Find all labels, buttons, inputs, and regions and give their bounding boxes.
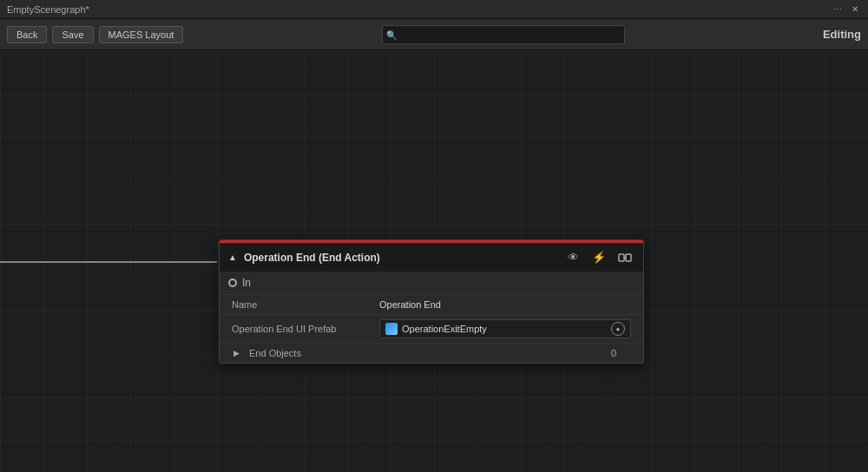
search-input[interactable] [382,25,625,44]
prefab-text: OperationExitEmpty [402,324,487,334]
node-title: Operation End (End Action) [244,252,556,264]
node-body: In Name Operation End Operation End UI P… [220,272,643,363]
mages-layout-button[interactable]: MAGES Layout [99,26,184,43]
editing-label: Editing [823,28,861,41]
prefab-select-button[interactable]: ● [611,322,625,336]
prefab-icon [385,323,398,335]
title-bar: EmptyScenegraph* ⋯ ✕ [0,0,868,19]
name-field-row: Name Operation End [220,295,643,315]
lightning-icon[interactable]: ⚡ [589,248,608,267]
link-icon[interactable] [615,248,635,267]
node-in-row: In [220,272,643,295]
node-card: ▲ Operation End (End Action) 👁 ⚡ In [219,239,644,364]
end-objects-label: End Objects [249,348,301,358]
collapse-arrow-icon[interactable]: ▲ [228,252,237,262]
node-header-icons: 👁 ⚡ [563,248,635,267]
in-label: In [242,277,251,289]
expand-arrow-icon[interactable]: ▶ [232,349,240,357]
search-box: 🔍 [382,25,625,44]
toolbar: Back Save MAGES Layout 🔍 Editing [0,19,868,50]
svg-rect-1 [626,254,631,261]
close-icon[interactable]: ✕ [849,3,861,16]
end-objects-count: 0 [596,348,631,358]
visibility-icon[interactable]: 👁 [563,248,582,267]
connector-line [0,261,217,263]
name-field-label: Name [232,299,371,310]
search-icon: 🔍 [386,30,397,39]
name-field-value: Operation End [379,299,631,310]
window-title: EmptyScenegraph* [7,4,89,15]
title-bar-controls: ⋯ ✕ [832,3,861,16]
save-button[interactable]: Save [52,26,93,43]
in-connector-dot [228,279,237,287]
prefab-field-value[interactable]: OperationExitEmpty ● [379,319,631,338]
end-objects-row: ▶ End Objects 0 [220,344,643,363]
minimize-icon[interactable]: ⋯ [832,3,844,16]
prefab-field-row: Operation End UI Prefab OperationExitEmp… [220,315,643,344]
back-button[interactable]: Back [7,26,47,43]
node-header: ▲ Operation End (End Action) 👁 ⚡ [220,240,643,272]
svg-rect-0 [619,254,624,261]
main-area: ▲ Operation End (End Action) 👁 ⚡ In [0,50,868,472]
prefab-field-label: Operation End UI Prefab [232,324,371,334]
